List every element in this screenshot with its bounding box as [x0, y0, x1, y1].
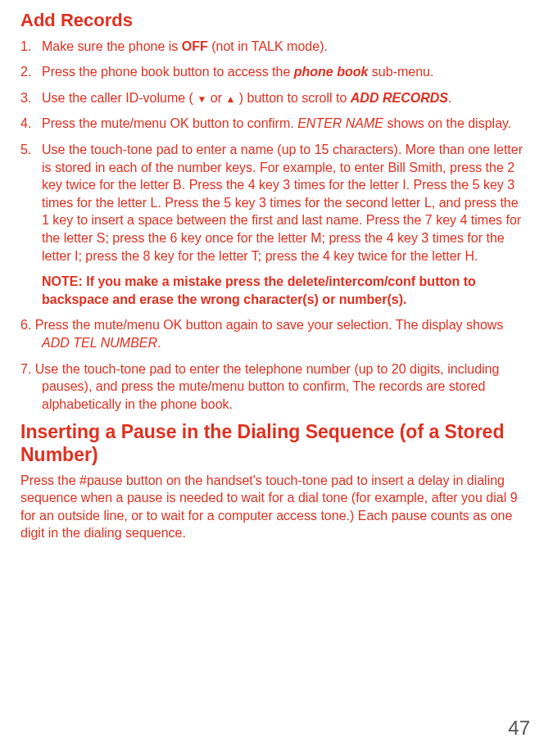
note-text: NOTE: If you make a mistake press the de… — [20, 273, 528, 308]
step-3: 3. Use the caller ID-volume ( ▼ or ▲ ) b… — [20, 89, 528, 107]
step-body: Use the touch-tone pad to enter a name (… — [42, 141, 528, 265]
text: . — [448, 91, 451, 105]
step-number: 3. — [20, 89, 42, 107]
step-number: 1. — [20, 38, 42, 56]
text: Make sure the phone is — [42, 39, 182, 53]
text: Press the phone book button to access th… — [42, 65, 294, 79]
italic-text: ADD TEL NUMBER — [42, 336, 157, 350]
step-number: 2. — [20, 63, 42, 81]
text: or — [206, 91, 225, 105]
step-body: Press the phone book button to access th… — [42, 63, 528, 81]
step-body: Press the mute/menu OK button to confirm… — [42, 115, 528, 133]
text: (not in TALK mode). — [208, 39, 328, 53]
text: 7. Use the touch-tone pad to enter the t… — [20, 362, 499, 376]
step-body: Make sure the phone is OFF (not in TALK … — [42, 38, 528, 56]
page-number: 47 — [508, 715, 530, 741]
text: ) button to scroll to — [235, 91, 351, 105]
step-1: 1. Make sure the phone is OFF (not in TA… — [20, 38, 528, 56]
text: Press the mute/menu OK button to confirm… — [42, 116, 297, 130]
up-arrow-icon: ▲ — [225, 93, 235, 105]
text: 6. Press the mute/menu OK button again t… — [20, 318, 503, 332]
steps-list: 1. Make sure the phone is OFF (not in TA… — [20, 38, 528, 265]
step-body: Use the caller ID-volume ( ▼ or ▲ ) butt… — [42, 89, 528, 107]
down-arrow-icon: ▼ — [197, 93, 206, 105]
step-4: 4. Press the mute/menu OK button to conf… — [20, 115, 528, 133]
step-5: 5. Use the touch-tone pad to enter a nam… — [20, 141, 528, 265]
text: sub-menu. — [368, 65, 433, 79]
heading-add-records: Add Records — [20, 8, 528, 33]
text: pauses), and press the mute/menu button … — [20, 378, 528, 413]
step-2: 2. Press the phone book button to access… — [20, 63, 528, 81]
bold-text: OFF — [182, 39, 208, 53]
step-6: 6. Press the mute/menu OK button again t… — [20, 316, 528, 351]
paragraph: Press the #pause button on the handset's… — [20, 472, 528, 542]
step-7: 7. Use the touch-tone pad to enter the t… — [20, 360, 528, 414]
text: . — [157, 336, 161, 350]
heading-inserting-pause: Inserting a Pause in the Dialing Sequenc… — [20, 421, 528, 466]
italic-text: ENTER NAME — [297, 116, 383, 130]
text: Use the caller ID-volume ( — [42, 91, 197, 105]
bolditalic-text: phone book — [294, 65, 369, 79]
text: shows on the display. — [383, 116, 511, 130]
step-number: 4. — [20, 115, 42, 133]
bolditalic-text: ADD RECORDS — [351, 91, 448, 105]
step-number: 5. — [20, 141, 42, 265]
